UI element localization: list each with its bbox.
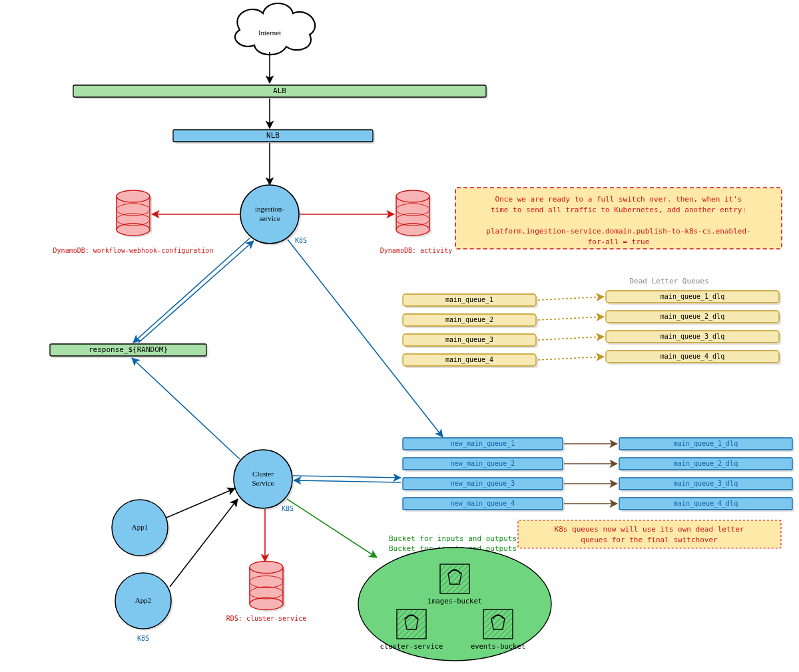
internet-cloud: Internet	[235, 3, 315, 55]
old-main-queue: main_queue_4	[445, 356, 493, 364]
old-main-queue: main_queue_1	[445, 296, 493, 304]
new-main-queue: new_main_queue_4	[451, 500, 515, 508]
old-main-queue: main_queue_2	[445, 316, 493, 324]
svg-point-15	[117, 190, 150, 202]
internet-label: Internet	[258, 29, 281, 37]
svg-line-51	[138, 241, 254, 343]
svg-line-42	[538, 337, 604, 340]
response-queue-label: response_${RANDOM}	[89, 345, 168, 354]
svg-line-75	[293, 476, 401, 478]
svg-line-93	[287, 499, 377, 558]
images-bucket-label: images-bucket	[427, 597, 482, 605]
app2-label: App2	[135, 596, 151, 604]
svg-line-47	[538, 357, 604, 360]
nlb-label: NLB	[266, 131, 280, 140]
rds-label: RDS: cluster-service	[226, 615, 306, 622]
new-main-queue: new_main_queue_2	[451, 460, 515, 468]
events-bucket-label: events-bucket	[471, 642, 525, 650]
new-main-queue: new_main_queue_3	[451, 480, 515, 488]
app1-label: App1	[132, 523, 148, 531]
bucket-header-1: Bucket for inputs and outputs	[389, 534, 517, 543]
new-dlq: main_queue_4_dlq	[674, 500, 738, 508]
dynamodb-right-label: DynamoDB: activity	[380, 247, 452, 254]
switchover-note-line: platform.ingestion-service.domain.publis…	[486, 227, 750, 236]
svg-point-89	[250, 562, 283, 574]
svg-line-76	[294, 480, 401, 482]
svg-point-23	[396, 190, 429, 202]
apps-k8s-tag: K8S	[137, 635, 149, 642]
cluster-service-bucket-label: cluster-service	[380, 642, 443, 650]
svg-line-32	[538, 297, 604, 300]
new-dlq: main_queue_1_dlq	[674, 440, 738, 448]
architecture-diagram: InternetALBNLBingestion-serviceK8SDynamo…	[0, 0, 799, 672]
k8s-note-line2: queues for the final switchover	[581, 536, 718, 544]
svg-line-77	[132, 358, 240, 459]
old-dlq: main_queue_2_dlq	[661, 313, 724, 321]
ingestion-k8s-tag: K8S	[295, 237, 307, 244]
switchover-note-line: Once we are ready to a full switch over.…	[495, 195, 742, 204]
images-bucket-icon	[440, 564, 469, 593]
cluster-service-k8s-tag: K8S	[282, 505, 294, 512]
old-main-queue: main_queue_3	[445, 336, 493, 344]
k8s-note-line1: K8s queues now will use its own dead let…	[555, 525, 744, 534]
old-dlq: main_queue_3_dlq	[661, 333, 724, 341]
switchover-note-line: time to send all traffic to Kubernetes, …	[491, 206, 746, 214]
dlq-header: Dead Letter Queues	[629, 277, 708, 285]
switchover-note-line: for-all = true	[588, 238, 650, 246]
svg-line-37	[538, 317, 604, 320]
new-main-queue: new_main_queue_1	[451, 440, 515, 448]
old-dlq: main_queue_4_dlq	[661, 353, 724, 361]
old-dlq: main_queue_1_dlq	[661, 293, 724, 301]
new-dlq: main_queue_2_dlq	[674, 460, 738, 468]
cluster-service-bucket-icon	[397, 609, 426, 639]
dynamodb-left-label: DynamoDB: workflow-webhook-configuration	[53, 247, 214, 254]
cluster-service-label: ClusterService	[252, 470, 274, 486]
events-bucket-icon	[483, 609, 513, 639]
alb-label: ALB	[273, 86, 286, 95]
new-dlq: main_queue_3_dlq	[674, 480, 738, 488]
svg-line-82	[166, 488, 235, 518]
svg-point-88	[250, 598, 283, 610]
